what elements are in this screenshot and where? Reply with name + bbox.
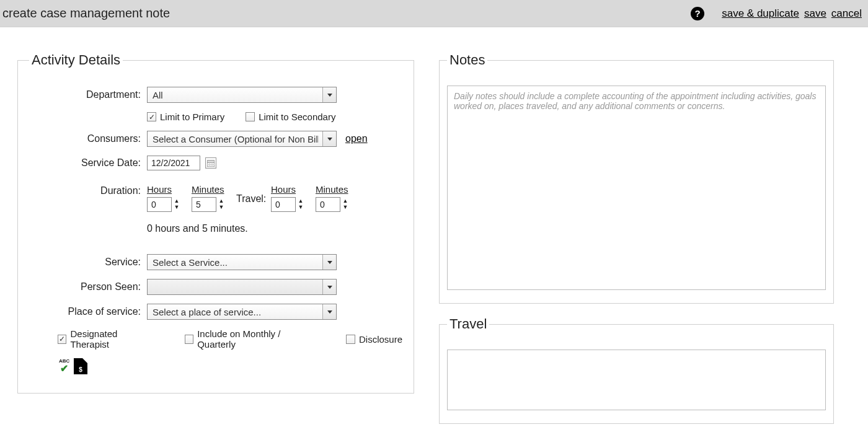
notes-legend: Notes	[447, 52, 487, 68]
checkbox-icon	[346, 335, 355, 344]
travel-textarea[interactable]	[447, 350, 826, 410]
checkbox-icon: ✓	[58, 335, 66, 344]
department-label: Department:	[29, 89, 147, 100]
consumers-select[interactable]: Select a Consumer (Optional for Non Bill	[147, 131, 337, 147]
include-monthly-label: Include on Monthly / Quarterly	[197, 328, 316, 350]
travel-minutes-input[interactable]	[316, 197, 340, 212]
place-of-service-select-value: Select a place of service...	[153, 307, 261, 317]
chevron-down-icon	[322, 87, 336, 102]
department-select[interactable]: All	[147, 87, 337, 103]
chevron-down-icon	[322, 255, 336, 270]
duration-hours-head: Hours	[147, 184, 172, 195]
include-monthly-checkbox[interactable]: Include on Monthly / Quarterly	[185, 328, 316, 350]
limit-primary-label: Limit to Primary	[160, 112, 224, 122]
chevron-down-icon	[322, 304, 336, 319]
person-seen-label: Person Seen:	[29, 281, 147, 293]
duration-minutes-input[interactable]	[192, 197, 216, 212]
designated-therapist-label: Designated Therapist	[70, 328, 154, 350]
disclosure-label: Disclosure	[359, 334, 402, 345]
spinner-down-icon[interactable]: ▼	[218, 205, 225, 211]
svg-marker-9	[327, 310, 332, 314]
page-title: create case management note	[2, 6, 170, 20]
chevron-down-icon	[322, 131, 336, 146]
open-consumer-link[interactable]: open	[345, 133, 368, 144]
limit-primary-checkbox[interactable]: ✓ Limit to Primary	[147, 112, 224, 122]
page-header: create case management note ? save & dup…	[0, 0, 868, 27]
spinner-down-icon[interactable]: ▼	[342, 205, 349, 211]
service-label: Service:	[29, 257, 147, 268]
duration-label: Duration:	[29, 184, 147, 196]
chevron-down-icon	[322, 279, 336, 294]
svg-marker-7	[327, 261, 332, 264]
designated-therapist-checkbox[interactable]: ✓ Designated Therapist	[58, 328, 155, 350]
billing-doc-icon[interactable]: $	[74, 358, 87, 374]
checkbox-icon	[246, 112, 255, 121]
cancel-link[interactable]: cancel	[831, 7, 862, 20]
duration-summary: 0 hours and 5 minutes.	[147, 223, 248, 234]
place-of-service-select[interactable]: Select a place of service...	[147, 304, 337, 320]
activity-details-legend: Activity Details	[29, 52, 123, 68]
notes-textarea[interactable]	[447, 86, 826, 290]
duration-minutes-head: Minutes	[192, 184, 224, 195]
calendar-icon[interactable]	[205, 157, 216, 169]
service-select[interactable]: Select a Service...	[147, 254, 337, 270]
service-date-label: Service Date:	[29, 157, 147, 169]
checkbox-icon	[185, 335, 193, 344]
save-and-duplicate-link[interactable]: save & duplicate	[722, 7, 799, 20]
disclosure-checkbox[interactable]: Disclosure	[346, 334, 402, 345]
service-date-input[interactable]	[147, 156, 200, 170]
spinner-down-icon[interactable]: ▼	[173, 205, 180, 211]
notes-group: Notes	[439, 52, 834, 304]
department-select-value: All	[153, 90, 163, 100]
travel-legend: Travel	[447, 316, 489, 332]
svg-marker-8	[327, 286, 332, 289]
duration-hours-input[interactable]	[147, 197, 172, 212]
limit-secondary-checkbox[interactable]: Limit to Secondary	[246, 112, 335, 122]
person-seen-select[interactable]	[147, 279, 337, 295]
service-select-value: Select a Service...	[153, 257, 228, 268]
limit-secondary-label: Limit to Secondary	[259, 112, 335, 122]
spinner-down-icon[interactable]: ▼	[297, 205, 304, 211]
travel-label: Travel:	[236, 192, 271, 205]
spellcheck-icon[interactable]: ABC ✔	[58, 358, 74, 374]
place-of-service-label: Place of service:	[29, 306, 147, 317]
consumers-label: Consumers:	[29, 133, 147, 144]
consumers-select-value: Select a Consumer (Optional for Non Bill	[153, 134, 319, 144]
svg-marker-0	[327, 94, 332, 97]
checkbox-icon: ✓	[147, 112, 156, 121]
svg-marker-1	[327, 138, 332, 141]
save-link[interactable]: save	[804, 7, 826, 20]
travel-minutes-head: Minutes	[316, 184, 348, 195]
activity-details-group: Activity Details Department: All	[17, 52, 414, 394]
travel-hours-head: Hours	[271, 184, 296, 195]
travel-hours-input[interactable]	[271, 197, 296, 212]
help-icon[interactable]: ?	[691, 7, 704, 20]
travel-group: Travel	[439, 316, 834, 424]
svg-rect-2	[207, 161, 215, 167]
